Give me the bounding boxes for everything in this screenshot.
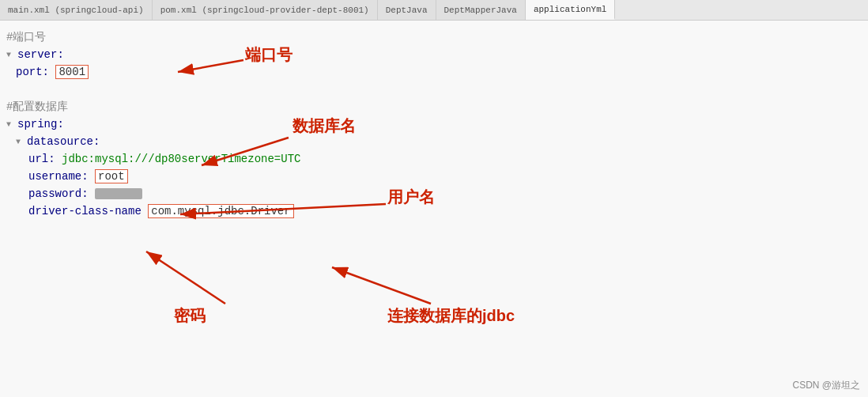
collapse-server[interactable]: ▼ bbox=[6, 51, 17, 59]
server-key: server: bbox=[17, 48, 64, 61]
credit: CSDN @游坦之 bbox=[792, 379, 860, 392]
code-line-url: url: jdbc:mysql:///dp80serverTimezone=UT… bbox=[0, 150, 868, 168]
port-key: port: bbox=[16, 66, 49, 78]
port-value: 8001 bbox=[55, 65, 89, 79]
tab-dept-java[interactable]: DeptJava bbox=[378, 0, 436, 20]
datasource-key: datasource: bbox=[27, 135, 100, 148]
url-value: jdbc:mysql:///dp80serverTimezone=UTC bbox=[62, 153, 300, 165]
comment-db: #配置数据库 bbox=[6, 100, 68, 114]
code-line-datasource: ▼ datasource: bbox=[0, 133, 868, 150]
code-line-comment1: #端口号 bbox=[0, 28, 868, 46]
code-line-port: port: 8001 bbox=[0, 63, 868, 81]
tab-dept-mapper[interactable]: DeptMapperJava bbox=[436, 0, 526, 20]
tab-bar: main.xml (springcloud-api) pom.xml (spri… bbox=[0, 0, 868, 21]
annotation-jdbc: 连接数据库的jdbc bbox=[387, 305, 515, 327]
driver-value: com.mysql.jdbc.Driver bbox=[148, 204, 293, 218]
code-line-comment2: #配置数据库 bbox=[0, 98, 868, 115]
driver-key: driver-class-name bbox=[28, 205, 142, 217]
password-value bbox=[95, 188, 142, 199]
code-line-username: username: root bbox=[0, 168, 868, 185]
tab-application-yml[interactable]: applicationYml bbox=[526, 0, 615, 20]
code-line-driver: driver-class-name com.mysql.jdbc.Driver bbox=[0, 202, 868, 220]
tab-main-xml[interactable]: main.xml (springcloud-api) bbox=[0, 0, 153, 20]
username-value: root bbox=[95, 169, 128, 183]
collapse-datasource[interactable]: ▼ bbox=[16, 138, 27, 146]
spring-key: spring: bbox=[17, 118, 64, 130]
url-key: url: bbox=[28, 153, 55, 165]
svg-line-5 bbox=[332, 267, 431, 304]
code-line-spring: ▼ spring: bbox=[0, 115, 868, 133]
code-line-password: password: bbox=[0, 185, 868, 202]
code-area: #端口号 ▼ server: port: 8001 #配置数据库 ▼ sprin… bbox=[0, 21, 868, 397]
code-line-server: ▼ server: bbox=[0, 46, 868, 63]
code-line-empty1 bbox=[0, 81, 868, 98]
comment-port: #端口号 bbox=[6, 30, 46, 44]
password-key: password: bbox=[28, 187, 89, 200]
collapse-spring[interactable]: ▼ bbox=[6, 120, 17, 129]
svg-line-4 bbox=[146, 251, 225, 304]
tab-pom-xml[interactable]: pom.xml (springcloud-provider-dept-8001) bbox=[153, 0, 378, 20]
username-key: username: bbox=[28, 170, 89, 183]
annotation-password: 密码 bbox=[174, 305, 206, 327]
